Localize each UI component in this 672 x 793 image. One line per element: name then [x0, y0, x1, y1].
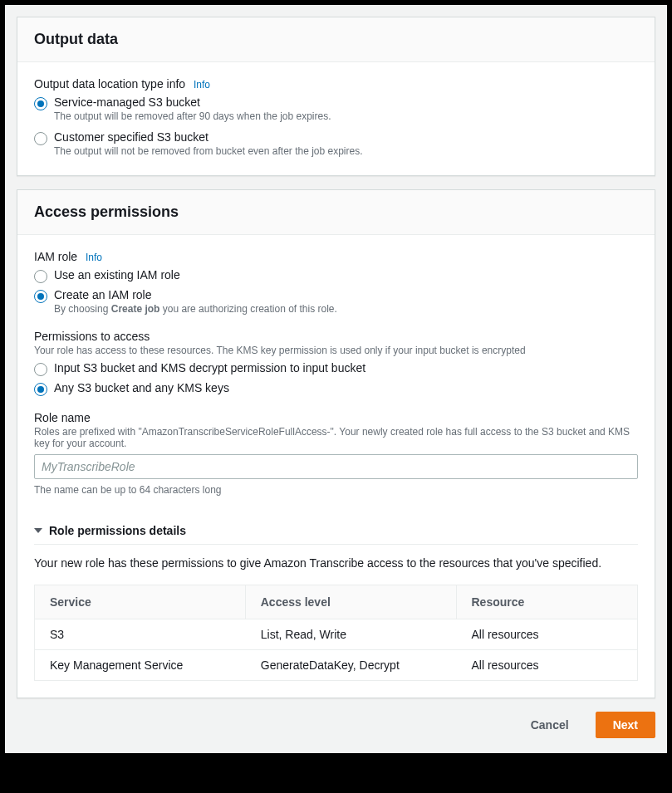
output-info-link[interactable]: Info — [194, 79, 210, 91]
cell-access: GenerateDataKey, Decrypt — [246, 650, 457, 680]
output-data-body: Output data location type info Info Serv… — [17, 62, 655, 175]
cell-access: List, Read, Write — [246, 619, 457, 649]
output-data-title: Output data — [34, 31, 638, 48]
radio-customer-bucket[interactable]: Customer specified S3 bucket The output … — [34, 130, 638, 157]
table-header: Service Access level Resource — [35, 585, 637, 619]
radio-content: Any S3 bucket and any KMS keys — [54, 381, 229, 394]
option-desc: The output will not be removed from buck… — [54, 145, 363, 157]
permissions-section: Permissions to access Your role has acce… — [34, 330, 638, 396]
create-role-desc: By choosing Create job you are authorizi… — [54, 303, 337, 315]
option-title: Input S3 bucket and KMS decrypt permissi… — [54, 361, 365, 374]
permissions-table: Service Access level Resource S3 List, R… — [34, 585, 638, 681]
details-header-text: Role permissions details — [49, 524, 186, 537]
details-description: Your new role has these permissions to g… — [34, 556, 638, 570]
desc-pre: By choosing — [54, 303, 111, 315]
col-resource: Resource — [457, 585, 638, 619]
permissions-helper: Your role has access to these resources.… — [34, 345, 638, 356]
radio-create-iam-role[interactable]: Create an IAM role By choosing Create jo… — [34, 288, 638, 315]
radio-content: Use an existing IAM role — [54, 268, 180, 281]
radio-any-bucket-kms[interactable]: Any S3 bucket and any KMS keys — [34, 381, 638, 396]
output-location-label-text: Output data location type info — [34, 77, 185, 91]
radio-content: Service-managed S3 bucket The output wil… — [54, 95, 331, 122]
table-row: S3 List, Read, Write All resources — [35, 619, 637, 650]
radio-service-managed-bucket[interactable]: Service-managed S3 bucket The output wil… — [34, 95, 638, 122]
access-permissions-header: Access permissions — [17, 190, 655, 235]
page-root: Output data Output data location type in… — [5, 5, 667, 753]
cell-service: S3 — [35, 619, 246, 649]
radio-input-bucket-kms[interactable]: Input S3 bucket and KMS decrypt permissi… — [34, 361, 638, 376]
option-desc: The output will be removed after 90 days… — [54, 110, 331, 122]
option-title: Use an existing IAM role — [54, 268, 180, 281]
radio-icon — [34, 383, 47, 396]
access-permissions-body: IAM role Info Use an existing IAM role C… — [17, 235, 655, 698]
col-access-level: Access level — [246, 585, 457, 619]
cell-resource: All resources — [457, 619, 638, 649]
next-button[interactable]: Next — [596, 712, 655, 738]
radio-icon — [34, 270, 47, 283]
option-title: Service-managed S3 bucket — [54, 95, 331, 109]
iam-info-link[interactable]: Info — [86, 252, 102, 263]
output-location-label: Output data location type info Info — [34, 77, 638, 91]
radio-icon — [34, 132, 47, 145]
table-row: Key Management Service GenerateDataKey, … — [35, 650, 637, 680]
radio-content: Input S3 bucket and KMS decrypt permissi… — [54, 361, 365, 374]
access-permissions-title: Access permissions — [34, 203, 638, 221]
permissions-label: Permissions to access — [34, 330, 638, 343]
radio-content: Create an IAM role By choosing Create jo… — [54, 288, 337, 315]
radio-icon — [34, 290, 47, 303]
desc-post: you are authorizing creation of this rol… — [159, 303, 336, 315]
option-title: Create an IAM role — [54, 288, 337, 301]
radio-icon — [34, 97, 47, 110]
role-permissions-details-toggle[interactable]: Role permissions details — [34, 517, 638, 545]
col-service: Service — [35, 585, 246, 619]
chevron-down-icon — [34, 528, 42, 533]
role-name-input[interactable] — [34, 454, 638, 479]
footer-actions: Cancel Next — [17, 712, 655, 738]
option-title: Any S3 bucket and any KMS keys — [54, 381, 229, 394]
cell-service: Key Management Service — [35, 650, 246, 680]
role-name-helper: Roles are prefixed with "AmazonTranscrib… — [34, 426, 638, 449]
radio-icon — [34, 363, 47, 376]
cell-resource: All resources — [457, 650, 638, 680]
iam-role-label-text: IAM role — [34, 250, 77, 263]
iam-role-label: IAM role Info — [34, 250, 638, 263]
role-name-label: Role name — [34, 411, 638, 424]
role-name-constraint: The name can be up to 64 characters long — [34, 484, 638, 496]
radio-use-existing-role[interactable]: Use an existing IAM role — [34, 268, 638, 283]
option-title: Customer specified S3 bucket — [54, 130, 363, 144]
role-name-section: Role name Roles are prefixed with "Amazo… — [34, 411, 638, 496]
output-data-header: Output data — [17, 17, 655, 62]
output-data-panel: Output data Output data location type in… — [17, 17, 655, 176]
desc-bold: Create job — [111, 303, 160, 315]
access-permissions-panel: Access permissions IAM role Info Use an … — [17, 189, 655, 698]
cancel-button[interactable]: Cancel — [519, 712, 581, 738]
radio-content: Customer specified S3 bucket The output … — [54, 130, 363, 157]
